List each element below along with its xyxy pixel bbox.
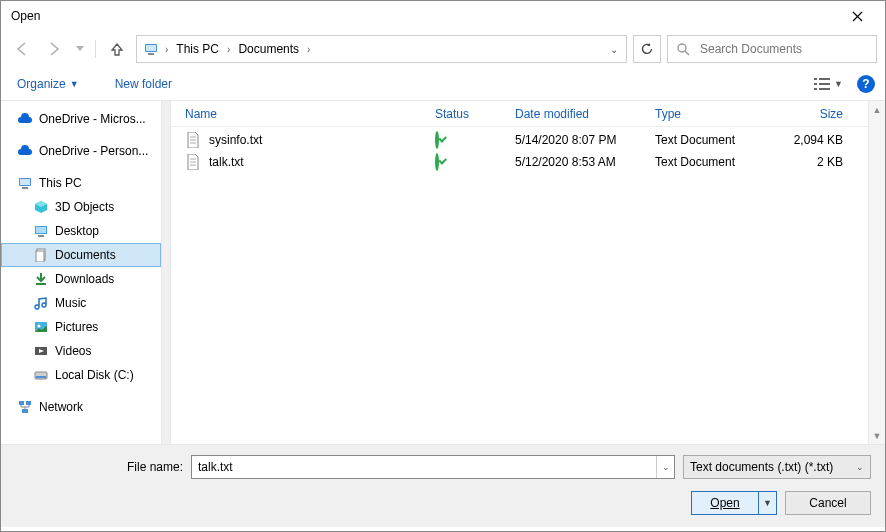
new-folder-button[interactable]: New folder	[109, 74, 178, 94]
search-box[interactable]	[667, 35, 877, 63]
tree-downloads[interactable]: Downloads	[1, 267, 161, 291]
column-headers[interactable]: Name Status Date modified Type Size	[171, 101, 885, 127]
svg-rect-26	[26, 401, 31, 405]
download-icon	[33, 271, 49, 287]
col-date[interactable]: Date modified	[509, 107, 649, 121]
music-icon	[33, 295, 49, 311]
cancel-button[interactable]: Cancel	[785, 491, 871, 515]
chevron-down-icon: ▼	[70, 79, 79, 89]
svg-rect-5	[814, 78, 817, 80]
chevron-right-icon[interactable]: ›	[307, 44, 310, 55]
breadcrumb-thispc[interactable]: This PC	[174, 42, 221, 56]
address-history-button[interactable]: ⌄	[606, 44, 622, 55]
footer: File name: ⌄ Text documents (.txt) (*.tx…	[1, 444, 885, 527]
up-button[interactable]	[104, 36, 130, 62]
desktop-icon	[33, 223, 49, 239]
tree-videos[interactable]: Videos	[1, 339, 161, 363]
tree-onedrive-personal[interactable]: OneDrive - Person...	[1, 139, 161, 163]
svg-rect-16	[38, 235, 44, 237]
status-ok-icon	[435, 153, 439, 171]
vertical-scrollbar[interactable]: ▲ ▼	[868, 101, 885, 444]
status-ok-icon	[435, 131, 439, 149]
toolbar: Organize ▼ New folder ▼ ?	[1, 67, 885, 101]
filename-dropdown-button[interactable]: ⌄	[656, 456, 674, 478]
separator	[95, 40, 96, 58]
chevron-right-icon[interactable]: ›	[227, 44, 230, 55]
svg-rect-8	[819, 83, 830, 85]
svg-rect-24	[36, 376, 46, 378]
help-button[interactable]: ?	[857, 75, 875, 93]
svg-rect-12	[20, 179, 30, 185]
pc-icon	[143, 41, 159, 57]
tree-desktop[interactable]: Desktop	[1, 219, 161, 243]
svg-rect-6	[819, 78, 830, 80]
open-button[interactable]: Open ▼	[691, 491, 777, 515]
text-file-icon	[185, 154, 201, 170]
window-title: Open	[9, 9, 837, 23]
svg-rect-18	[36, 251, 44, 262]
back-button[interactable]	[9, 36, 35, 62]
tree-onedrive-ms[interactable]: OneDrive - Micros...	[1, 107, 161, 131]
text-file-icon	[185, 132, 201, 148]
file-row[interactable]: sysinfo.txt 5/14/2020 8:07 PM Text Docum…	[171, 129, 885, 151]
tree-pictures[interactable]: Pictures	[1, 315, 161, 339]
svg-rect-15	[36, 227, 46, 233]
svg-rect-27	[22, 409, 28, 413]
tree-3d-objects[interactable]: 3D Objects	[1, 195, 161, 219]
filename-label: File name:	[15, 460, 183, 474]
tree-music[interactable]: Music	[1, 291, 161, 315]
title-bar: Open	[1, 1, 885, 31]
tree-network[interactable]: Network	[1, 395, 161, 419]
recent-locations-button[interactable]	[73, 36, 87, 62]
col-status[interactable]: Status	[429, 107, 509, 121]
view-options-button[interactable]: ▼	[810, 74, 847, 94]
chevron-right-icon[interactable]: ›	[165, 44, 168, 55]
svg-line-4	[685, 51, 689, 55]
nav-row: › This PC › Documents › ⌄	[1, 31, 885, 67]
videos-icon	[33, 343, 49, 359]
svg-rect-9	[814, 88, 817, 90]
svg-rect-7	[814, 83, 817, 85]
col-size[interactable]: Size	[769, 107, 849, 121]
filename-combo[interactable]: ⌄	[191, 455, 675, 479]
chevron-down-icon: ▼	[834, 79, 843, 89]
address-bar[interactable]: › This PC › Documents › ⌄	[136, 35, 627, 63]
open-dropdown-button[interactable]: ▼	[758, 492, 776, 514]
col-type[interactable]: Type	[649, 107, 769, 121]
search-input[interactable]	[698, 41, 868, 57]
svg-rect-13	[22, 187, 28, 189]
svg-rect-2	[148, 53, 154, 55]
svg-point-21	[38, 325, 41, 328]
svg-point-3	[678, 44, 686, 52]
scroll-up-icon[interactable]: ▲	[869, 101, 885, 118]
tree-local-disk[interactable]: Local Disk (C:)	[1, 363, 161, 387]
svg-rect-10	[819, 88, 830, 90]
file-row[interactable]: talk.txt 5/12/2020 8:53 AM Text Document…	[171, 151, 885, 173]
forward-button[interactable]	[41, 36, 67, 62]
svg-rect-1	[146, 45, 156, 51]
tree-this-pc[interactable]: This PC	[1, 171, 161, 195]
pictures-icon	[33, 319, 49, 335]
refresh-button[interactable]	[633, 35, 661, 63]
close-button[interactable]	[837, 2, 877, 30]
filename-input[interactable]	[192, 456, 656, 478]
svg-rect-19	[36, 283, 46, 285]
col-name[interactable]: Name	[179, 107, 429, 121]
cloud-icon	[17, 111, 33, 127]
body: OneDrive - Micros... OneDrive - Person..…	[1, 101, 885, 444]
nav-tree[interactable]: OneDrive - Micros... OneDrive - Person..…	[1, 101, 161, 444]
filetype-filter[interactable]: Text documents (.txt) (*.txt) ⌄	[683, 455, 871, 479]
documents-icon	[33, 247, 49, 263]
splitter[interactable]	[161, 101, 171, 444]
organize-button[interactable]: Organize ▼	[11, 74, 85, 94]
scroll-down-icon[interactable]: ▼	[869, 427, 885, 444]
pc-icon	[17, 175, 33, 191]
cloud-icon	[17, 143, 33, 159]
svg-rect-25	[19, 401, 24, 405]
chevron-down-icon: ⌄	[856, 462, 864, 472]
disk-icon	[33, 367, 49, 383]
cube-icon	[33, 199, 49, 215]
breadcrumb-documents[interactable]: Documents	[236, 42, 301, 56]
search-icon	[676, 42, 690, 56]
tree-documents[interactable]: Documents	[1, 243, 161, 267]
